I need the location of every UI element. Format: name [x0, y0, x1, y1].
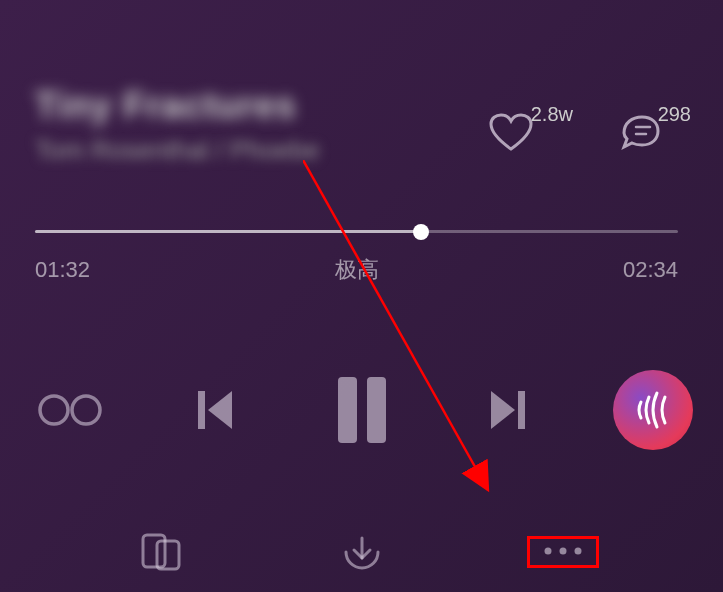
heart-icon	[489, 113, 533, 153]
svg-point-12	[559, 548, 566, 555]
song-artist: Tom Rosenthal / Phoebe	[35, 135, 320, 166]
svg-rect-4	[198, 391, 205, 429]
more-button[interactable]	[523, 522, 603, 582]
previous-button[interactable]	[186, 380, 246, 440]
progress-fill	[35, 230, 421, 233]
time-row: 01:32 极高 02:34	[35, 255, 678, 285]
like-button[interactable]: 2.8w	[489, 105, 573, 153]
song-title: Tiny Fractures	[35, 85, 320, 127]
svg-rect-9	[157, 541, 179, 569]
comment-icon	[618, 113, 662, 153]
download-button[interactable]	[322, 522, 402, 582]
progress-bar[interactable]: 01:32 极高 02:34	[35, 230, 678, 285]
cast-button[interactable]	[121, 522, 201, 582]
comment-button[interactable]: 298	[618, 105, 691, 153]
pause-icon	[334, 375, 390, 445]
progress-track	[35, 230, 678, 233]
playback-controls	[0, 370, 723, 450]
sound-wave-icon	[629, 387, 677, 433]
svg-rect-7	[518, 391, 525, 429]
comment-count: 298	[658, 103, 691, 126]
bottom-toolbar	[0, 522, 723, 582]
previous-icon	[196, 387, 236, 433]
like-count: 2.8w	[531, 103, 573, 126]
svg-point-13	[574, 548, 581, 555]
svg-point-2	[40, 396, 68, 424]
cast-icon	[139, 531, 183, 573]
svg-rect-5	[338, 377, 357, 443]
more-button-highlight	[527, 536, 599, 568]
quality-label[interactable]: 极高	[335, 255, 379, 285]
pause-button[interactable]	[322, 370, 402, 450]
song-info: Tiny Fractures Tom Rosenthal / Phoebe	[35, 85, 320, 166]
next-button[interactable]	[477, 380, 537, 440]
current-time: 01:32	[35, 257, 90, 283]
sound-effect-button[interactable]	[613, 370, 693, 450]
download-icon	[340, 530, 384, 574]
loop-icon	[38, 390, 102, 430]
svg-point-11	[544, 548, 551, 555]
loop-button[interactable]	[30, 380, 110, 440]
total-time: 02:34	[623, 257, 678, 283]
svg-rect-6	[367, 377, 386, 443]
more-icon	[540, 545, 586, 557]
annotation-arrow	[303, 160, 513, 510]
next-icon	[487, 387, 527, 433]
svg-point-3	[72, 396, 100, 424]
progress-thumb[interactable]	[413, 224, 429, 240]
